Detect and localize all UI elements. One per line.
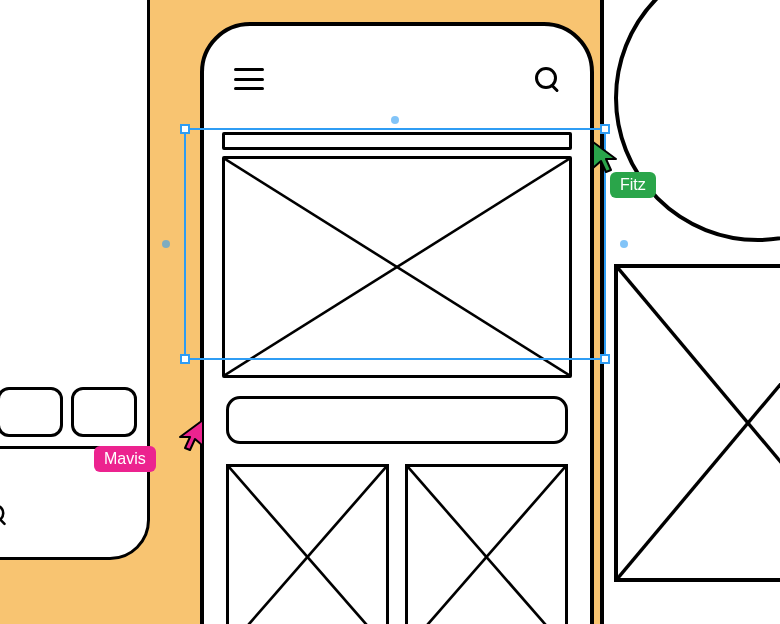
tab-row (0, 387, 137, 437)
phone-frame-right[interactable] (600, 0, 780, 624)
collaborator-cursor-mavis: Mavis (172, 418, 206, 456)
image-placeholder[interactable] (222, 156, 572, 378)
svg-line-1 (618, 268, 780, 578)
tab-placeholder[interactable] (71, 387, 137, 437)
cursor-pointer-icon (172, 418, 206, 452)
svg-line-4 (229, 467, 386, 624)
svg-line-6 (408, 467, 565, 624)
design-canvas[interactable]: Fitz Mavis (0, 0, 780, 624)
svg-line-0 (618, 268, 780, 578)
search-icon[interactable] (0, 503, 7, 525)
app-top-bar (234, 66, 560, 92)
svg-line-5 (229, 467, 386, 624)
heading-bar-placeholder[interactable] (222, 132, 572, 150)
collaborator-name-label: Fitz (610, 172, 656, 198)
cursor-pointer-icon (590, 140, 618, 174)
image-placeholder[interactable] (614, 264, 780, 582)
collaborator-cursor-fitz: Fitz (590, 140, 618, 178)
search-icon[interactable] (534, 66, 560, 92)
circle-placeholder[interactable] (614, 0, 780, 242)
collaborator-name-label: Mavis (94, 446, 156, 472)
button-placeholder[interactable] (226, 396, 568, 444)
svg-line-7 (408, 467, 565, 624)
hamburger-menu-icon[interactable] (234, 68, 264, 90)
hero-group[interactable] (222, 132, 572, 372)
phone-frame-left[interactable] (0, 0, 150, 560)
tab-placeholder[interactable] (0, 387, 63, 437)
snap-guide-dot (162, 240, 170, 248)
image-placeholder[interactable] (405, 464, 568, 624)
image-placeholder[interactable] (226, 464, 389, 624)
phone-frame-center[interactable] (200, 22, 594, 624)
resize-handle-bottom-left[interactable] (180, 354, 190, 364)
resize-handle-top-left[interactable] (180, 124, 190, 134)
card-row (226, 464, 568, 624)
